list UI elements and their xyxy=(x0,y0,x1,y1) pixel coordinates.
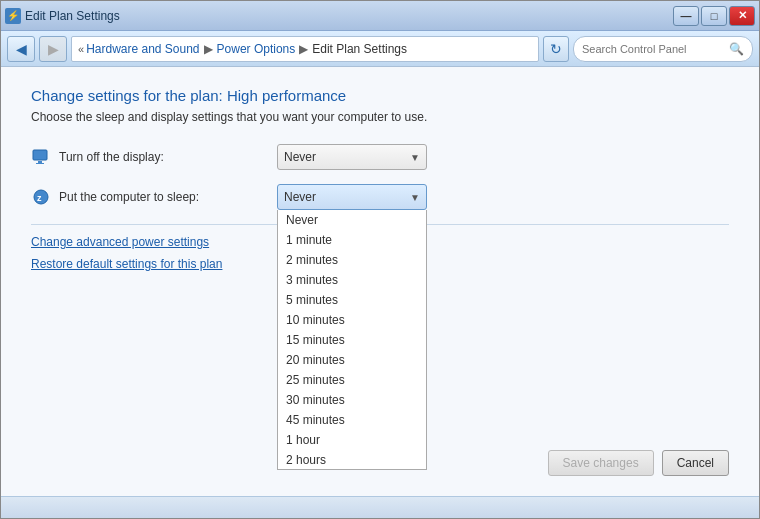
chevron-down-icon: ▼ xyxy=(410,192,420,203)
address-bar: ◀ ▶ « Hardware and Sound ▶ Power Options… xyxy=(1,31,759,67)
sleep-option-2hr[interactable]: 2 hours xyxy=(278,450,426,470)
page-title: Change settings for the plan: High perfo… xyxy=(31,87,729,104)
display-label-group: Turn off the display: xyxy=(31,147,261,167)
content-area: Change settings for the plan: High perfo… xyxy=(1,67,759,496)
sleep-label-group: z Put the computer to sleep: xyxy=(31,187,261,207)
restore-defaults-link[interactable]: Restore default settings for this plan xyxy=(31,257,222,271)
monitor-icon xyxy=(31,147,51,167)
sleep-dropdown-selected[interactable]: Never ▼ xyxy=(277,184,427,210)
svg-text:z: z xyxy=(37,193,42,203)
breadcrumb-current: Edit Plan Settings xyxy=(312,42,407,56)
breadcrumb: « Hardware and Sound ▶ Power Options ▶ E… xyxy=(71,36,539,62)
cancel-button[interactable]: Cancel xyxy=(662,450,729,476)
page-subtitle: Choose the sleep and display settings th… xyxy=(31,110,729,124)
forward-button[interactable]: ▶ xyxy=(39,36,67,62)
save-button[interactable]: Save changes xyxy=(548,450,654,476)
svg-rect-2 xyxy=(36,163,44,164)
window-icon: ⚡ xyxy=(5,8,21,24)
sleep-dropdown-value: Never xyxy=(284,190,316,204)
display-dropdown-value: Never xyxy=(284,150,316,164)
sleep-option-15min[interactable]: 15 minutes xyxy=(278,330,426,350)
sleep-option-2min[interactable]: 2 minutes xyxy=(278,250,426,270)
search-icon: 🔍 xyxy=(729,42,744,56)
sleep-option-20min[interactable]: 20 minutes xyxy=(278,350,426,370)
sleep-option-45min[interactable]: 45 minutes xyxy=(278,410,426,430)
title-bar-buttons: — □ ✕ xyxy=(673,6,755,26)
sleep-option-1hr[interactable]: 1 hour xyxy=(278,430,426,450)
title-bar: ⚡ Edit Plan Settings — □ ✕ xyxy=(1,1,759,31)
sleep-label: Put the computer to sleep: xyxy=(59,190,199,204)
svg-rect-1 xyxy=(38,161,42,163)
sleep-row: z Put the computer to sleep: Never ▼ Nev… xyxy=(31,184,729,210)
search-box: 🔍 xyxy=(573,36,753,62)
refresh-button[interactable]: ↻ xyxy=(543,36,569,62)
close-button[interactable]: ✕ xyxy=(729,6,755,26)
main-window: ⚡ Edit Plan Settings — □ ✕ ◀ ▶ « Hardwar… xyxy=(0,0,760,519)
sleep-option-1min[interactable]: 1 minute xyxy=(278,230,426,250)
title-bar-left: ⚡ Edit Plan Settings xyxy=(5,8,120,24)
sleep-option-30min[interactable]: 30 minutes xyxy=(278,390,426,410)
bottom-buttons: Save changes Cancel xyxy=(548,450,729,476)
sleep-option-never_top[interactable]: Never xyxy=(278,210,426,230)
sleep-dropdown[interactable]: Never ▼ Never1 minute2 minutes3 minutes5… xyxy=(277,184,427,210)
sleep-option-10min[interactable]: 10 minutes xyxy=(278,310,426,330)
advanced-settings-link[interactable]: Change advanced power settings xyxy=(31,235,209,249)
svg-rect-0 xyxy=(33,150,47,160)
sleep-option-5min[interactable]: 5 minutes xyxy=(278,290,426,310)
breadcrumb-power-options[interactable]: Power Options xyxy=(217,42,296,56)
display-dropdown[interactable]: Never ▼ xyxy=(277,144,427,170)
chevron-down-icon: ▼ xyxy=(410,152,420,163)
search-input[interactable] xyxy=(582,43,725,55)
sleep-option-3min[interactable]: 3 minutes xyxy=(278,270,426,290)
display-label: Turn off the display: xyxy=(59,150,164,164)
sleep-option-25min[interactable]: 25 minutes xyxy=(278,370,426,390)
back-button[interactable]: ◀ xyxy=(7,36,35,62)
status-bar xyxy=(1,496,759,518)
display-dropdown-selected[interactable]: Never ▼ xyxy=(277,144,427,170)
sleep-dropdown-list: Never1 minute2 minutes3 minutes5 minutes… xyxy=(277,210,427,470)
sleep-icon: z xyxy=(31,187,51,207)
window-title: Edit Plan Settings xyxy=(25,9,120,23)
breadcrumb-hardware[interactable]: Hardware and Sound xyxy=(86,42,199,56)
minimize-button[interactable]: — xyxy=(673,6,699,26)
maximize-button[interactable]: □ xyxy=(701,6,727,26)
display-row: Turn off the display: Never ▼ xyxy=(31,144,729,170)
